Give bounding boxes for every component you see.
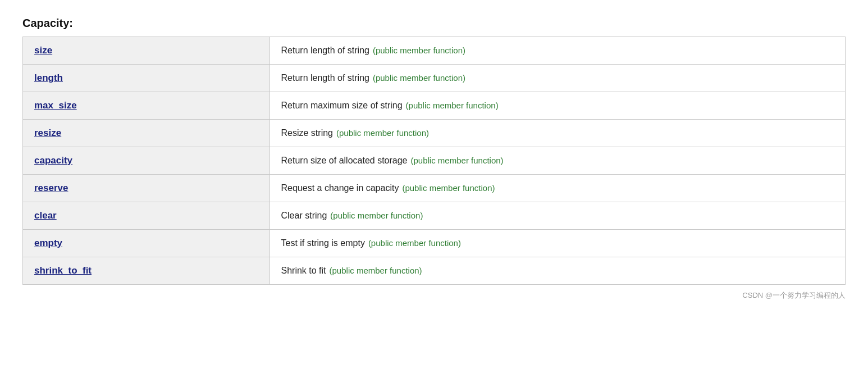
section-title: Capacity: [22, 17, 846, 30]
function-tag: (public member function) [368, 238, 461, 248]
function-link[interactable]: size [34, 45, 52, 56]
function-description: Shrink to fit [281, 266, 326, 275]
function-description: Return length of string [281, 46, 369, 55]
table-row: capacityReturn size of allocated storage… [23, 147, 846, 175]
function-description: Return maximum size of string [281, 101, 403, 110]
function-description: Clear string [281, 211, 327, 220]
function-description: Return length of string [281, 73, 369, 83]
function-tag: (public member function) [411, 156, 504, 165]
function-tag: (public member function) [373, 73, 465, 83]
function-link[interactable]: resize [34, 128, 61, 138]
table-row: resizeResize string(public member functi… [23, 120, 846, 147]
function-link[interactable]: length [34, 72, 63, 83]
function-link[interactable]: reserve [34, 183, 68, 193]
function-tag: (public member function) [402, 183, 495, 193]
reference-table: sizeReturn length of string(public membe… [22, 37, 846, 285]
table-row: sizeReturn length of string(public membe… [23, 37, 846, 65]
function-link[interactable]: clear [34, 210, 57, 221]
function-description: Resize string [281, 128, 333, 138]
table-row: clearClear string(public member function… [23, 202, 846, 230]
table-row: reserveRequest a change in capacity(publ… [23, 175, 846, 202]
function-link[interactable]: max_size [34, 100, 77, 111]
table-row: emptyTest if string is empty(public memb… [23, 230, 846, 257]
function-description: Request a change in capacity [281, 183, 399, 193]
table-row: max_sizeReturn maximum size of string(pu… [23, 92, 846, 120]
function-tag: (public member function) [373, 46, 465, 55]
function-tag: (public member function) [406, 101, 499, 110]
function-tag: (public member function) [330, 266, 422, 275]
function-link[interactable]: shrink_to_fit [34, 265, 92, 276]
function-description: Test if string is empty [281, 238, 365, 248]
function-link[interactable]: empty [34, 238, 62, 248]
function-description: Return size of allocated storage [281, 156, 408, 165]
table-row: lengthReturn length of string(public mem… [23, 65, 846, 92]
function-tag: (public member function) [336, 128, 429, 138]
footer-credit: CSDN @一个努力学习编程的人 [22, 290, 846, 301]
function-link[interactable]: capacity [34, 155, 72, 166]
table-row: shrink_to_fitShrink to fit(public member… [23, 257, 846, 285]
function-tag: (public member function) [330, 211, 423, 220]
